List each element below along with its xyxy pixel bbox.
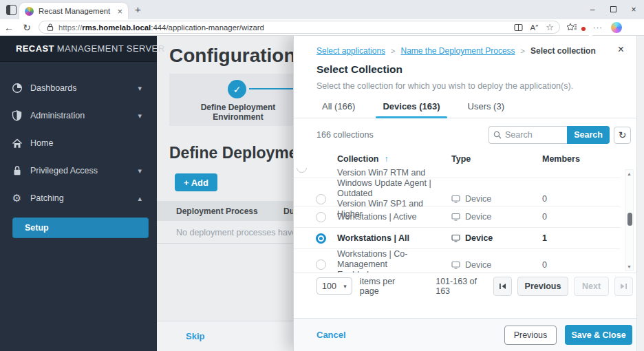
notification-dot (581, 27, 586, 31)
radio-button[interactable] (316, 259, 326, 270)
radio-button-selected[interactable] (316, 233, 326, 244)
cancel-link[interactable]: Cancel (316, 330, 346, 340)
collection-members: 0 (542, 260, 620, 270)
sidebar-item-label: Home (30, 138, 146, 148)
collection-members: 1 (542, 233, 620, 243)
collection-name: Workstations | Active (337, 212, 451, 222)
maximize-icon (610, 6, 616, 12)
collections-count: 166 collections (316, 130, 374, 140)
tab-users[interactable]: Users (3) (466, 101, 506, 118)
url-field[interactable]: https://rms.homelab.local:444/applicatio… (39, 21, 560, 34)
refresh-button[interactable]: ↻ (614, 127, 631, 144)
browser-titlebar: Recast Management Server × + – × (0, 0, 644, 19)
table-row-clipped[interactable]: Version Win7 RTM and Lower (294, 168, 620, 178)
add-favorite-icon[interactable]: ☆ (546, 22, 554, 32)
page-range-label: 101-163 of 163 (436, 277, 493, 296)
tab-all[interactable]: All (166) (321, 101, 356, 118)
sidebar-item-setup-active[interactable]: Setup (12, 217, 149, 238)
collection-members: 0 (542, 194, 620, 204)
scroll-up-icon[interactable]: ▲ (627, 171, 632, 176)
add-button[interactable]: + Add (175, 173, 217, 191)
lock-icon (47, 23, 54, 31)
settings-more-icon[interactable]: ··· (593, 23, 603, 32)
device-icon (451, 213, 460, 221)
radio-button[interactable] (297, 168, 307, 173)
search-input[interactable] (505, 130, 560, 140)
table-row-selected[interactable]: Workstations | All Device 1 (294, 228, 620, 249)
close-icon[interactable]: × (618, 44, 624, 55)
scroll-down-icon[interactable]: ▼ (627, 264, 632, 269)
brand-header: RECAST MANAGEMENT SERVER (0, 36, 157, 62)
table-row[interactable]: Windows Update Agent | OutdatedVersion W… (294, 178, 620, 206)
browser-page-scrollbar[interactable] (636, 36, 644, 351)
column-members[interactable]: Members (542, 154, 620, 164)
previous-page-button[interactable]: Previous (517, 277, 568, 296)
collections-table-body: Version Win7 RTM and Lower Windows Updat… (294, 168, 636, 273)
breadcrumb-separator: > (391, 47, 395, 55)
last-page-button[interactable] (614, 277, 633, 296)
previous-step-button[interactable]: Previous (504, 326, 557, 345)
sidebar-item-administration[interactable]: Administration ▾ (0, 102, 157, 129)
panel-title: Select Collection (316, 63, 614, 76)
page-size-select[interactable]: 100 ▾ (316, 277, 352, 295)
favorites-hub-icon[interactable] (567, 23, 577, 32)
device-icon (451, 261, 460, 269)
table-toolbar: 166 collections Search ↻ (294, 126, 636, 144)
home-icon (11, 138, 23, 149)
panel-subtitle: Select the collection for which you wish… (316, 81, 614, 91)
maximize-button[interactable] (603, 5, 623, 14)
column-collection[interactable]: Collection↑ (337, 154, 451, 164)
brand-rest: MANAGEMENT SERVER (54, 43, 165, 54)
skip-link[interactable]: Skip (186, 331, 204, 341)
read-aloud-icon[interactable]: A″ (530, 23, 539, 32)
breadcrumb-separator: > (521, 47, 525, 55)
sidebar-item-home[interactable]: Home (0, 129, 157, 157)
split-screen-icon[interactable] (514, 23, 523, 32)
tab-actions-icon[interactable] (6, 5, 17, 15)
table-row[interactable]: Workstations | Co-ManagementEnabled Devi… (294, 249, 620, 272)
minimize-button[interactable]: – (582, 5, 603, 14)
sidebar-item-label: Administration (30, 111, 138, 120)
breadcrumb-select-applications[interactable]: Select applications (316, 46, 385, 56)
sidebar-item-label: Setup (25, 223, 49, 233)
page-refresh-button[interactable]: ↻ (18, 22, 36, 33)
next-page-button[interactable]: Next (574, 277, 609, 296)
copilot-icon[interactable] (611, 22, 622, 33)
tab-devices[interactable]: Devices (163) (381, 101, 441, 118)
brand-title: RECAST MANAGEMENT SERVER (16, 43, 164, 54)
chevron-down-icon: ▾ (138, 167, 142, 176)
browser-tab[interactable]: Recast Management Server × (19, 3, 128, 19)
column-collection-label: Collection (337, 154, 378, 164)
lock-icon (11, 165, 23, 177)
collection-name: Version Win7 RTM and Lower (337, 168, 451, 178)
back-button[interactable]: ← (0, 22, 18, 33)
column-deployment-process: Deployment Process (176, 206, 264, 216)
first-page-button[interactable] (493, 277, 512, 296)
chevron-down-icon: ▾ (138, 111, 142, 120)
sidebar-item-privileged-access[interactable]: Privileged Access ▾ (0, 157, 157, 184)
breadcrumb-name-deployment-process[interactable]: Name the Deployment Process (401, 46, 515, 56)
sort-ascending-icon: ↑ (384, 154, 388, 164)
new-tab-button[interactable]: + (135, 3, 141, 15)
pie-chart-icon (11, 83, 23, 94)
radio-button[interactable] (316, 194, 326, 204)
collection-type: Device (465, 233, 493, 243)
scrollbar-thumb[interactable] (627, 213, 632, 226)
caret-down-icon: ▾ (343, 283, 347, 290)
sidebar-item-dashboards[interactable]: Dashboards ▾ (0, 74, 157, 102)
step-label: Define Deployment Environment (183, 103, 293, 122)
save-close-button[interactable]: Save & Close (565, 325, 632, 345)
search-button[interactable]: Search (567, 126, 610, 144)
app-sidebar: RECAST MANAGEMENT SERVER Dashboards ▾ Ad… (0, 36, 157, 351)
tab-title: Recast Management Server (39, 7, 113, 15)
items-per-page-label: items per page (360, 277, 416, 296)
column-type[interactable]: Type (451, 154, 542, 164)
close-window-button[interactable]: × (623, 5, 644, 14)
sidebar-item-patching[interactable]: ⚙ Patching ▴ (0, 184, 157, 212)
browser-addressbar: ← ↻ https://rms.homelab.local:444/applic… (0, 19, 644, 36)
chevron-up-icon: ▴ (138, 194, 142, 203)
tab-close-icon[interactable]: × (117, 6, 122, 17)
radio-button[interactable] (316, 212, 326, 222)
collection-name: Workstations | Co-ManagementEnabled (337, 249, 451, 273)
table-scrollbar[interactable]: ▲ ▼ (625, 169, 634, 271)
